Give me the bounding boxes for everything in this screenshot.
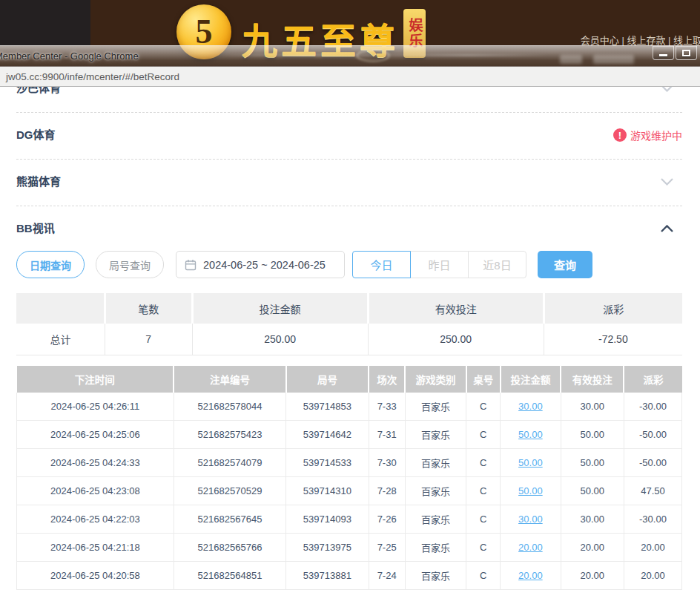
- cell-table-no: C: [466, 562, 501, 590]
- summary-total-count: 7: [105, 324, 192, 355]
- bet-amount-link[interactable]: 50.00: [518, 485, 543, 496]
- cell-table-no: C: [466, 505, 501, 534]
- window-title: Member Center - Google Chrome: [0, 46, 139, 62]
- cell-payout: 20.00: [624, 562, 681, 590]
- cell-payout: -30.00: [624, 393, 681, 421]
- cell-round-no: 539713881: [286, 562, 369, 590]
- maintenance-badge: ! 游戏维护中: [613, 128, 682, 142]
- col-game-type: 游戏类别: [405, 366, 466, 393]
- cell-bet-time: 2024-06-25 04:25:06: [17, 421, 174, 449]
- summary-total-label: 总计: [16, 324, 105, 355]
- table-row: 2024-06-25 04:20:58 521682564851 5397138…: [17, 562, 682, 590]
- cell-valid-bet: 50.00: [561, 421, 624, 449]
- cell-session: 7-31: [369, 421, 405, 449]
- brand-badge-label: 娱乐: [405, 18, 425, 49]
- cell-bet-time: 2024-06-25 04:22:03: [17, 505, 174, 534]
- bet-amount-link[interactable]: 20.00: [518, 570, 543, 581]
- summary-total-payout: -72.50: [544, 324, 682, 355]
- date-range-picker[interactable]: 2024-06-25 ~ 2024-06-25: [176, 251, 345, 278]
- table-row: 2024-06-25 04:24:33 521682574079 5397145…: [17, 449, 682, 477]
- tab-date-query[interactable]: 日期查询: [16, 251, 85, 278]
- quick-today-button[interactable]: 今日: [352, 251, 411, 278]
- tab-round-query[interactable]: 局号查询: [96, 251, 164, 278]
- bet-record-table: 下注时间 注单编号 局号 场次 游戏类别 桌号 投注金额 有效投注 派彩 202…: [16, 366, 682, 591]
- bet-amount-link[interactable]: 30.00: [518, 514, 543, 525]
- cell-game-type: 百家乐: [405, 534, 466, 562]
- search-button[interactable]: 查询: [538, 251, 592, 278]
- cell-game-type: 百家乐: [405, 421, 466, 449]
- cell-round-no: 539714533: [286, 449, 369, 477]
- cell-bet-no: 521682567645: [174, 505, 286, 534]
- summary-header-count: 笔数: [105, 293, 192, 324]
- quick-last8days-button[interactable]: 近8日: [468, 251, 526, 278]
- cell-bet-amount: 50.00: [501, 421, 561, 449]
- section-label: 沙巴体育: [16, 87, 61, 96]
- cell-round-no: 539713975: [286, 534, 369, 562]
- cell-table-no: C: [466, 393, 501, 421]
- cell-bet-no: 521682574079: [174, 449, 286, 477]
- url-text: jw05.cc:9900/infe/mcenter/#/betRecord: [6, 71, 179, 82]
- cell-payout: -30.00: [624, 505, 681, 534]
- summary-header-blank: [16, 293, 105, 324]
- bet-table-header-row: 下注时间 注单编号 局号 场次 游戏类别 桌号 投注金额 有效投注 派彩: [17, 366, 682, 393]
- cell-payout: 20.00: [624, 534, 681, 562]
- cell-bet-time: 2024-06-25 04:24:33: [17, 449, 174, 477]
- cell-game-type: 百家乐: [405, 393, 466, 421]
- cell-payout: -50.00: [624, 449, 681, 477]
- quick-yesterday-button[interactable]: 昨日: [410, 251, 469, 278]
- section-panda-sports[interactable]: 熊猫体育: [16, 160, 682, 206]
- cell-bet-time: 2024-06-25 04:26:11: [17, 393, 174, 421]
- browser-titlebar[interactable]: Member Center - Google Chrome: [0, 45, 700, 67]
- section-label: BB视讯: [16, 221, 55, 236]
- maximize-button[interactable]: [676, 46, 697, 60]
- cell-session: 7-28: [369, 477, 405, 505]
- chevron-down-icon: [661, 87, 673, 92]
- bet-amount-link[interactable]: 30.00: [518, 401, 543, 412]
- section-label: 熊猫体育: [16, 174, 61, 189]
- col-bet-no: 注单编号: [174, 366, 286, 393]
- header-black-block: [0, 0, 90, 45]
- cell-session: 7-25: [369, 534, 405, 562]
- col-valid-bet: 有效投注: [561, 366, 624, 393]
- cell-session: 7-33: [369, 393, 405, 421]
- cell-bet-time: 2024-06-25 04:20:58: [17, 562, 174, 590]
- chevron-down-icon: [661, 178, 673, 186]
- section-bb-video[interactable]: BB视讯: [16, 206, 682, 236]
- section-label: DG体育: [16, 128, 56, 142]
- maintenance-text: 游戏维护中: [630, 128, 682, 142]
- section-dg-sports[interactable]: DG体育 ! 游戏维护中: [16, 113, 682, 160]
- cell-table-no: C: [466, 534, 501, 562]
- cell-table-no: C: [466, 477, 501, 505]
- cell-valid-bet: 50.00: [561, 449, 624, 477]
- cell-bet-amount: 30.00: [501, 505, 561, 534]
- section-shaba-sports[interactable]: 沙巴体育: [16, 87, 682, 113]
- cell-session: 7-24: [369, 562, 405, 590]
- summary-total-bet: 250.00: [192, 324, 368, 355]
- cell-valid-bet: 20.00: [561, 534, 624, 562]
- cell-round-no: 539714093: [286, 505, 369, 534]
- exclamation-icon: !: [613, 128, 627, 142]
- browser-url-bar[interactable]: jw05.cc:9900/infe/mcenter/#/betRecord: [0, 67, 700, 87]
- cell-bet-amount: 30.00: [501, 393, 561, 421]
- bet-amount-link[interactable]: 20.00: [518, 542, 543, 553]
- cell-session: 7-30: [369, 449, 405, 477]
- cell-game-type: 百家乐: [405, 562, 466, 590]
- bet-amount-link[interactable]: 50.00: [518, 457, 543, 468]
- bet-amount-link[interactable]: 50.00: [518, 429, 543, 440]
- calendar-icon: [185, 259, 197, 271]
- minimize-icon: [659, 54, 667, 56]
- col-payout: 派彩: [624, 366, 681, 393]
- cell-round-no: 539714310: [286, 477, 369, 505]
- cell-table-no: C: [466, 421, 501, 449]
- page-content: 沙巴体育 DG体育 ! 游戏维护中 熊猫体育 BB视讯 日期查询 局号: [0, 87, 700, 609]
- bet-table-body: 2024-06-25 04:26:11 521682578044 5397148…: [17, 393, 682, 590]
- cell-game-type: 百家乐: [405, 449, 466, 477]
- quick-range-group: 今日 昨日 近8日: [352, 251, 526, 278]
- summary-header-valid: 有效投注: [368, 293, 544, 324]
- minimize-button[interactable]: [653, 46, 674, 60]
- table-row: 2024-06-25 04:22:03 521682567645 5397140…: [17, 505, 682, 534]
- table-row: 2024-06-25 04:25:06 521682575423 5397146…: [17, 421, 682, 449]
- cell-table-no: C: [466, 449, 501, 477]
- col-bet-time: 下注时间: [17, 366, 174, 393]
- cell-round-no: 539714642: [286, 421, 369, 449]
